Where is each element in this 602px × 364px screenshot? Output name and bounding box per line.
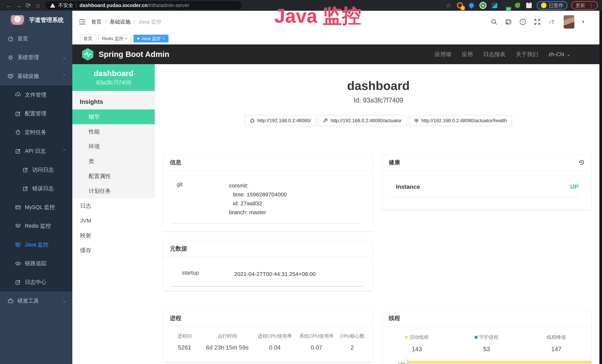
sba-menu-details[interactable]: 细节 bbox=[72, 109, 155, 124]
extension-switch-icon[interactable]: on bbox=[502, 1, 510, 10]
sba-brand[interactable]: Spring Boot Admin bbox=[82, 48, 169, 61]
sba-nav-journal[interactable]: 日志报表 bbox=[483, 51, 505, 58]
sidebar-item-home[interactable]: 首页 bbox=[0, 29, 72, 48]
main-area: 首页 / 基础设施 / Java 监控 ? TT ▾ 首页 Redis 监控 ×… bbox=[72, 11, 602, 364]
bookmark-star-icon[interactable]: ☆ bbox=[444, 1, 452, 10]
sba-menu-logfile[interactable]: 日志 bbox=[72, 198, 155, 213]
sidebar-item-files[interactable]: 文件管理 bbox=[0, 86, 72, 104]
close-tab-icon[interactable]: × bbox=[125, 37, 128, 41]
server-icon bbox=[15, 204, 21, 210]
sidebar-item-mysql[interactable]: MySQL 监控 bbox=[0, 198, 72, 217]
github-icon[interactable] bbox=[505, 19, 512, 25]
browser-menu-icon[interactable]: ⋮ bbox=[589, 3, 594, 8]
actuator-url-button[interactable]: http://192.168.0.2:48080/actuator bbox=[318, 115, 407, 126]
insights-menu-group: Insights 细节 性能 环境 类 配置属性 计划任务 bbox=[72, 91, 155, 198]
chevron-down-icon: ⌄ bbox=[566, 52, 570, 57]
profile-paused-chip[interactable]: 已暂停 bbox=[537, 1, 568, 10]
service-url-button[interactable]: http://192.168.0.2:48080/ bbox=[245, 115, 316, 126]
instance-name: dashboard bbox=[94, 69, 133, 78]
instance-header[interactable]: dashboard 93a3fc7f7409 bbox=[72, 64, 155, 91]
logo-image bbox=[10, 15, 25, 25]
sba-menu-configprops[interactable]: 配置属性 bbox=[72, 169, 155, 183]
tab-home[interactable]: 首页 bbox=[80, 35, 96, 43]
sidebar-logo[interactable]: 芋道管理系统 bbox=[0, 11, 72, 29]
browser-back-icon[interactable]: ← bbox=[4, 2, 14, 9]
url-path: /infra/admin-server bbox=[148, 3, 190, 8]
layers-icon bbox=[15, 223, 21, 229]
tab-java-monitor[interactable]: Java 监控 × bbox=[133, 35, 169, 43]
browser-reload-icon[interactable]: ⟳ bbox=[23, 2, 33, 9]
sidebar-item-error-log[interactable]: 错误日志 bbox=[0, 179, 72, 198]
process-value-pid: 5261 bbox=[169, 344, 200, 351]
sidebar-item-job[interactable]: 定时任务 bbox=[0, 123, 72, 142]
browser-forward-icon[interactable]: → bbox=[14, 2, 23, 9]
health-card: 健康 Instance UP bbox=[382, 154, 591, 210]
avatar-caret-icon[interactable]: ▾ bbox=[582, 20, 584, 24]
search-icon[interactable] bbox=[491, 19, 497, 25]
scrollbar-track[interactable] bbox=[599, 11, 602, 364]
instance-links: http://192.168.0.2:48080/ http://192.168… bbox=[155, 115, 602, 126]
extension-orange-icon[interactable]: 1 bbox=[456, 1, 464, 10]
info-key: git bbox=[172, 181, 229, 217]
extension-grid-icon[interactable] bbox=[490, 1, 499, 10]
sba-locale-select[interactable]: zh-CN ⌄ bbox=[548, 51, 570, 57]
breadcrumb-home[interactable]: 首页 bbox=[91, 18, 102, 25]
health-url-button[interactable]: http://192.168.0.2:48080/actuator/health bbox=[409, 115, 512, 126]
hamburger-fold-icon[interactable] bbox=[79, 19, 86, 25]
metadata-key: startup bbox=[177, 270, 234, 278]
sidebar-item-system[interactable]: 系统管理 ⌄ bbox=[0, 48, 72, 67]
admin-sidebar: 芋道管理系统 首页 系统管理 ⌄ 基础设施 ⌃ 文件管理 配置管理 定时任务 A… bbox=[0, 11, 72, 364]
process-header-syscpu: 系统CPU使用率 bbox=[296, 333, 337, 339]
sidebar-item-redis[interactable]: Redis 监控 bbox=[0, 217, 72, 235]
sba-navbar: Spring Boot Admin 应用墙 应用 日志报表 关于我们 zh-CN… bbox=[72, 44, 602, 64]
sba-menu-scheduled[interactable]: 计划任务 bbox=[72, 183, 155, 198]
browser-update-button[interactable]: 更新 ⋮ bbox=[571, 1, 598, 10]
font-size-icon[interactable]: TT bbox=[548, 19, 556, 25]
sidebar-item-infra[interactable]: 基础设施 ⌃ bbox=[0, 67, 72, 86]
tab-redis-monitor[interactable]: Redis 监控 × bbox=[98, 35, 131, 43]
gear-icon bbox=[8, 55, 13, 60]
app-title: 芋道管理系统 bbox=[29, 16, 64, 24]
svg-text:?: ? bbox=[522, 20, 524, 24]
extension-green-circle-icon[interactable]: v bbox=[479, 1, 487, 10]
y-tick-140: 140 bbox=[398, 361, 405, 364]
home-icon bbox=[250, 118, 255, 123]
extensions-puzzle-icon[interactable] bbox=[525, 1, 533, 10]
extension-pin-icon[interactable] bbox=[467, 1, 475, 10]
sidebar-item-api-log[interactable]: API 日志 ⌃ bbox=[0, 142, 72, 161]
sidebar-item-config[interactable]: 配置管理 bbox=[0, 104, 72, 123]
process-value-uptime: 6d 23h 15m 59s bbox=[200, 344, 254, 351]
user-avatar[interactable] bbox=[564, 15, 574, 29]
sidebar-item-log-center[interactable]: 日志中心 bbox=[0, 273, 72, 291]
sba-nav-applications[interactable]: 应用 bbox=[462, 51, 473, 58]
process-value-cores: 2 bbox=[337, 344, 367, 351]
sidebar-item-access-log[interactable]: 访问日志 bbox=[0, 161, 72, 179]
sba-nav-wall[interactable]: 应用墙 bbox=[435, 51, 451, 58]
browser-home-icon[interactable]: ⌂ bbox=[33, 2, 43, 9]
sba-menu-env[interactable]: 环境 bbox=[72, 139, 155, 154]
annotation-java-monitor: Java 监控 bbox=[274, 3, 361, 29]
extension-leaf-icon[interactable] bbox=[513, 1, 522, 10]
close-tab-icon[interactable]: × bbox=[163, 37, 165, 41]
security-warning-icon[interactable] bbox=[50, 3, 55, 8]
address-bar[interactable]: 不安全 dashboard.yudao.iocoder.cn/infra/adm… bbox=[45, 1, 242, 10]
help-icon[interactable]: ? bbox=[519, 19, 526, 25]
edit-icon bbox=[15, 148, 21, 154]
sba-menu-classes[interactable]: 类 bbox=[72, 154, 155, 169]
monitor-icon bbox=[8, 74, 13, 79]
dashboard-icon bbox=[8, 36, 13, 42]
sidebar-item-tracing[interactable]: 链路追踪 bbox=[0, 254, 72, 273]
fullscreen-icon[interactable] bbox=[534, 19, 541, 25]
security-warning-label[interactable]: 不安全 bbox=[58, 2, 73, 9]
sba-nav-about[interactable]: 关于我们 bbox=[516, 51, 538, 58]
sidebar-item-dev-tools[interactable]: 研发工具 ⌄ bbox=[0, 291, 72, 310]
sba-menu-caches[interactable]: 缓存 bbox=[72, 243, 155, 258]
sba-menu-mappings[interactable]: 映射 bbox=[72, 228, 155, 243]
metadata-card-title: 元数据 bbox=[170, 245, 187, 253]
sba-menu-metrics[interactable]: 性能 bbox=[72, 124, 155, 139]
sba-menu-jvm[interactable]: JVM bbox=[72, 213, 155, 228]
threads-stats: 活动线程 143 守护进程 53 线程峰值 147 bbox=[382, 334, 591, 353]
breadcrumb-section[interactable]: 基础设施 bbox=[110, 18, 130, 25]
sidebar-item-java-monitor[interactable]: Java 监控 bbox=[0, 235, 72, 254]
history-icon[interactable] bbox=[579, 159, 585, 166]
